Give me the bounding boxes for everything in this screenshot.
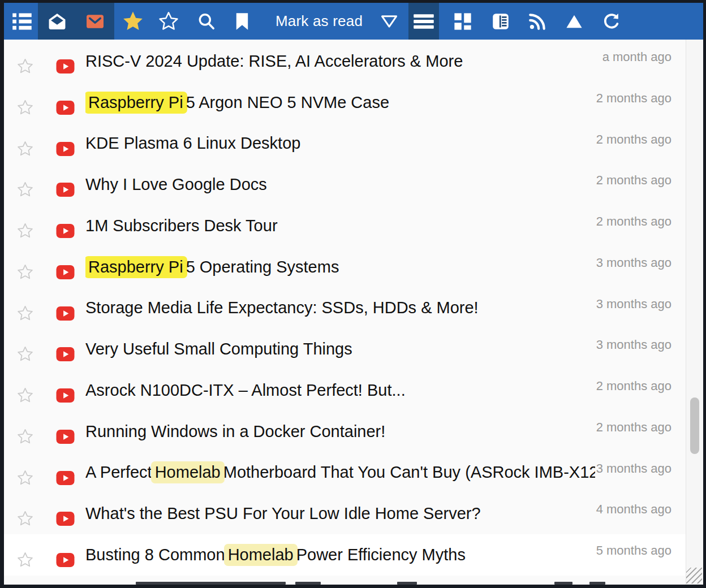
article-title[interactable]: Busting 8 Common Homelab Power Efficienc… [85, 534, 595, 576]
star-icon[interactable] [16, 428, 34, 448]
article-title[interactable]: Raspberry Pi 5 Argon NEO 5 NVMe Case [85, 82, 595, 123]
star-icon[interactable] [16, 551, 34, 571]
article-timestamp: 2 months ago [596, 379, 671, 394]
resize-grip-icon[interactable] [686, 568, 702, 583]
article-title[interactable]: Why I Love Google Docs [85, 164, 595, 205]
bookmark-button[interactable] [227, 3, 257, 40]
scrollbar-thumb[interactable] [690, 397, 699, 454]
star-icon[interactable] [16, 222, 34, 242]
refresh-icon [601, 11, 622, 32]
youtube-icon [56, 59, 75, 76]
youtube-icon [56, 388, 75, 405]
mark-as-read-button[interactable]: Mark as read [268, 3, 370, 40]
list-item[interactable]: Asrock N100DC-ITX – Almost Perfect! But.… [4, 370, 686, 411]
open-envelope-icon [47, 12, 67, 31]
refresh-button[interactable] [596, 3, 627, 40]
article-title[interactable]: KDE Plasma 6 Linux Desktop [85, 123, 595, 165]
filter-down-icon [380, 14, 398, 29]
article-timestamp: 2 months ago [596, 132, 671, 147]
toggle-star-button[interactable] [153, 3, 184, 40]
list-item[interactable]: What's the Best PSU For Your Low Idle Ho… [4, 493, 686, 534]
triangle-up-icon [565, 13, 584, 30]
star-outline-icon [157, 11, 180, 32]
article-timestamp: 2 months ago [596, 91, 671, 106]
article-title[interactable]: A Perfect Homelab Motherboard That You C… [85, 452, 595, 494]
article-title[interactable]: Asrock N100DC-ITX – Almost Perfect! But.… [85, 370, 595, 411]
search-button[interactable] [191, 3, 222, 40]
show-starred-button[interactable] [118, 3, 148, 40]
dashboard-button[interactable] [447, 3, 478, 40]
youtube-icon [56, 347, 75, 364]
star-icon[interactable] [16, 99, 34, 119]
article-timestamp: 2 months ago [596, 420, 671, 435]
youtube-icon [56, 306, 75, 323]
star-icon[interactable] [16, 140, 34, 160]
list-item[interactable]: Why I Love Google Docs 2 months ago [4, 164, 686, 205]
list-item[interactable]: Busting 8 Common Homelab Power Efficienc… [4, 534, 686, 576]
search-icon [197, 12, 216, 31]
filter-button[interactable] [374, 3, 404, 40]
menu-button[interactable] [408, 3, 439, 40]
list-item[interactable]: Running Windows in a Docker Container! 2… [4, 411, 686, 452]
article-timestamp: 5 months ago [596, 543, 671, 558]
star-icon[interactable] [16, 345, 34, 365]
youtube-icon [56, 511, 75, 529]
star-icon[interactable] [16, 263, 34, 283]
article-title[interactable]: What's the Best PSU For Your Low Idle Ho… [85, 493, 595, 534]
scroll-top-button[interactable] [559, 3, 589, 40]
list-item[interactable]: A Perfect Homelab Motherboard That You C… [4, 452, 686, 494]
star-icon[interactable] [16, 58, 34, 77]
article-list: RISC-V 2024 Update: RISE, AI Accelerator… [4, 40, 686, 585]
app-window: Mark as read [0, 0, 706, 588]
star-icon[interactable] [16, 510, 34, 530]
list-item[interactable]: Raspberry Pi 5 Argon NEO 5 NVMe Case 2 m… [4, 82, 686, 123]
youtube-icon [56, 429, 75, 447]
article-timestamp: 3 months ago [596, 256, 671, 270]
article-timestamp: 2 months ago [596, 214, 671, 229]
star-icon[interactable] [16, 469, 34, 489]
list-item[interactable]: Raspberry Pi 5 Operating Systems 3 month… [4, 247, 686, 288]
youtube-icon [56, 265, 75, 282]
youtube-icon [56, 470, 75, 488]
article-timestamp: 3 months ago [596, 461, 671, 476]
article-title[interactable]: 1M Subscribers Desk Tour [85, 205, 595, 247]
star-filled-icon [121, 10, 145, 33]
article-title[interactable]: Very Useful Small Computing Things [85, 328, 595, 370]
article-timestamp: 3 months ago [596, 338, 671, 352]
list-item[interactable]: RISC-V 2024 Update: RISE, AI Accelerator… [4, 41, 686, 82]
list-item[interactable]: Very Useful Small Computing Things 3 mon… [4, 328, 686, 370]
article-timestamp: 2 months ago [596, 173, 671, 188]
youtube-icon [56, 100, 75, 118]
youtube-icon [56, 182, 75, 200]
article-timestamp: 4 months ago [596, 502, 671, 517]
show-all-items-button[interactable] [38, 3, 76, 40]
hamburger-icon [412, 12, 435, 31]
reader-view-button[interactable] [485, 3, 516, 40]
article-title[interactable]: Running Windows in a Docker Container! [85, 411, 595, 452]
bookmark-icon [234, 12, 251, 31]
article-timestamp: a month ago [602, 50, 671, 64]
article-title[interactable]: Storage Media Life Expectancy: SSDs, HDD… [85, 288, 595, 329]
scrollbar-track[interactable] [686, 40, 703, 585]
dashboard-icon [453, 11, 473, 32]
star-icon[interactable] [16, 305, 34, 325]
article-timestamp: 3 months ago [596, 297, 671, 312]
list-item[interactable]: 1M Subscribers Desk Tour 2 months ago [4, 205, 686, 247]
list-view-button[interactable] [7, 3, 37, 40]
star-icon[interactable] [16, 181, 34, 201]
list-item[interactable]: KDE Plasma 6 Linux Desktop 2 months ago [4, 123, 686, 165]
reader-view-icon [490, 11, 511, 32]
star-icon[interactable] [16, 387, 34, 407]
list-item[interactable]: Storage Media Life Expectancy: SSDs, HDD… [4, 288, 686, 329]
show-unread-button[interactable] [76, 3, 115, 40]
window-content: Mark as read [4, 3, 703, 585]
feeds-button[interactable] [522, 3, 553, 40]
rss-icon [528, 12, 547, 31]
article-title[interactable]: RISC-V 2024 Update: RISE, AI Accelerator… [85, 41, 595, 82]
article-title[interactable]: Raspberry Pi 5 Operating Systems [85, 247, 595, 288]
youtube-icon [56, 552, 75, 570]
mark-as-read-label: Mark as read [275, 12, 363, 30]
list-view-icon [11, 12, 33, 31]
clipped-next-row [4, 581, 686, 585]
toolbar: Mark as read [4, 3, 703, 40]
